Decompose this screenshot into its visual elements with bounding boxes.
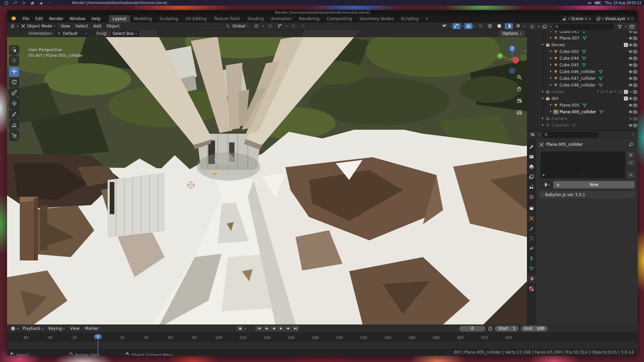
sidebar-collapse-icon[interactable]: ‹ [525, 49, 526, 53]
hide-in-viewport-toggle[interactable] [628, 96, 633, 101]
expand-caret-icon[interactable] [548, 36, 553, 41]
timeline-ruler[interactable]: -60-40-200204060801001201401601802002202… [7, 333, 638, 341]
properties-options-icon[interactable]: ▾ [633, 133, 634, 136]
disable-in-renders-toggle[interactable] [633, 56, 638, 61]
blender-logo-icon[interactable] [10, 16, 16, 22]
object-name[interactable]: Camera [551, 116, 567, 121]
remove-slot-button[interactable]: − [627, 159, 635, 166]
taskbar-icon[interactable] [5, 1, 8, 5]
expand-caret-icon[interactable] [548, 63, 553, 68]
expand-icon[interactable]: ▶ [543, 173, 545, 177]
menu-file[interactable]: File [19, 15, 32, 22]
properties-tab-render[interactable] [527, 153, 536, 162]
previous-keyframe-button[interactable] [263, 325, 270, 331]
hide-in-viewport-toggle[interactable] [628, 56, 633, 61]
outliner-row-plane-005-collider[interactable]: Plane.005_collider [527, 109, 638, 115]
workspace-tab-modeling[interactable]: Modeling [130, 15, 156, 22]
clock[interactable]: Thu, 15 Aug 18:02:12 [605, 1, 641, 5]
editor-type-button[interactable] [8, 23, 16, 29]
timeline-menu-view[interactable]: View [67, 325, 82, 332]
next-keyframe-button[interactable] [285, 325, 292, 331]
mesh-icon[interactable] [553, 31, 558, 34]
outliner-display-mode-button[interactable] [541, 24, 549, 30]
object-name[interactable]: Cube.047_collider [559, 76, 596, 81]
disable-in-renders-toggle[interactable] [633, 69, 638, 74]
workspace-tab-compositing[interactable]: Compositing [323, 15, 356, 22]
zoom-icon[interactable] [515, 73, 524, 81]
outliner-row-cube-044[interactable]: Cube.044 [527, 55, 638, 62]
collection-icon[interactable] [545, 96, 550, 101]
object-name[interactable]: crates [551, 89, 564, 94]
outliner-row-cubefen[interactable]: CubeFen [527, 122, 638, 129]
scene-name[interactable]: Scene [571, 16, 584, 21]
snap-toggle-button[interactable] [266, 23, 274, 29]
tool-transform-button[interactable] [9, 99, 19, 109]
outliner-row-cube-046-collider[interactable]: Cube.046_collider [527, 68, 638, 75]
object-name[interactable]: Cube.044 [559, 56, 579, 61]
add-slot-button[interactable]: + [627, 152, 635, 158]
properties-tab-object[interactable] [527, 215, 536, 223]
new-scene-icon[interactable]: ⧉ [585, 17, 587, 21]
transform-orientation-selector[interactable]: Global ▾ [224, 23, 250, 29]
play-reverse-button[interactable] [270, 325, 277, 331]
viewport-menu-object[interactable]: Object [104, 23, 122, 29]
taskbar-icon[interactable] [22, 1, 25, 5]
viewport-menu-view[interactable]: View [58, 23, 73, 29]
resize-handle[interactable]: ::::: [580, 174, 586, 177]
workspace-tab-geometry-nodes[interactable]: Geometry Nodes [356, 15, 397, 22]
outliner-editor-type-button[interactable] [529, 24, 537, 30]
tool-annotate-button[interactable] [9, 110, 19, 120]
view-layer-selector[interactable]: ▾ ViewLayer ⧉ ✕ [595, 16, 635, 22]
properties-tab-texture[interactable] [527, 285, 536, 294]
disable-in-renders-toggle[interactable] [633, 76, 638, 81]
new-collection-button[interactable] [628, 24, 636, 30]
properties-tab-modifiers[interactable] [527, 225, 536, 233]
expand-caret-icon[interactable] [540, 96, 545, 101]
auto-keying-button[interactable] [236, 325, 244, 331]
properties-tab-physics[interactable] [527, 245, 536, 253]
overlays-toggle-button[interactable] [465, 23, 473, 29]
timeline-editor-type-button[interactable] [9, 325, 17, 331]
camera-view-icon[interactable] [515, 96, 524, 105]
expand-caret-icon[interactable] [548, 103, 553, 108]
disable-in-renders-toggle[interactable] [633, 103, 638, 108]
jump-to-end-button[interactable] [292, 325, 299, 331]
disable-in-renders-toggle[interactable] [633, 96, 638, 101]
outliner-row-fences[interactable]: fences✓ [527, 42, 638, 48]
object-name[interactable]: Cube.002 [559, 49, 579, 54]
outliner-row-plane-005[interactable]: Plane.005 [527, 102, 638, 109]
properties-tab-data[interactable] [527, 265, 536, 274]
disable-in-renders-toggle[interactable] [633, 110, 638, 114]
disable-in-renders-toggle[interactable] [633, 123, 638, 128]
material-slots-list[interactable]: ▶ ::::: [541, 152, 625, 178]
scene-selector[interactable]: ▾ Scene ⧉ ✕ [561, 16, 593, 22]
expand-caret-icon[interactable] [540, 123, 545, 128]
properties-tab-world[interactable] [527, 193, 536, 202]
use-preview-range-icon[interactable] [488, 326, 492, 331]
properties-tab-scene[interactable] [527, 183, 536, 192]
mesh-icon[interactable] [553, 110, 558, 114]
mesh-icon[interactable] [553, 69, 558, 74]
workspace-tab-sculpting[interactable]: Sculpting [156, 15, 182, 22]
hide-in-viewport-toggle[interactable] [628, 89, 633, 94]
mesh-icon[interactable] [553, 83, 558, 87]
outliner-row-cube-002[interactable]: Cube.002 [527, 48, 638, 55]
pan-icon[interactable] [515, 84, 524, 93]
workspace-tab-rendering[interactable]: Rendering [295, 15, 323, 22]
expand-caret-icon[interactable] [540, 116, 545, 121]
tool-add-cube-button[interactable] [9, 131, 19, 141]
shading-solid-button[interactable] [495, 23, 503, 29]
collection-icon[interactable] [545, 43, 550, 47]
playhead-line[interactable] [98, 340, 98, 356]
object-name[interactable]: Cube.048_collider [559, 83, 596, 87]
hide-in-viewport-toggle[interactable] [628, 110, 633, 114]
show-gizmo-button[interactable] [440, 23, 448, 29]
options-button[interactable]: Options ▾ [499, 31, 524, 37]
expand-caret-icon[interactable] [548, 83, 553, 88]
workspace-tab-scripting[interactable]: Scripting [397, 15, 422, 22]
outliner-row-cube-048-collider[interactable]: Cube.048_collider [527, 82, 638, 88]
outliner-row-plane-007[interactable]: Plane.007 [527, 35, 638, 42]
taskbar-icon[interactable] [40, 1, 43, 5]
properties-tab-tool[interactable] [527, 143, 536, 152]
workspace-tab-shading[interactable]: Shading [244, 15, 267, 22]
